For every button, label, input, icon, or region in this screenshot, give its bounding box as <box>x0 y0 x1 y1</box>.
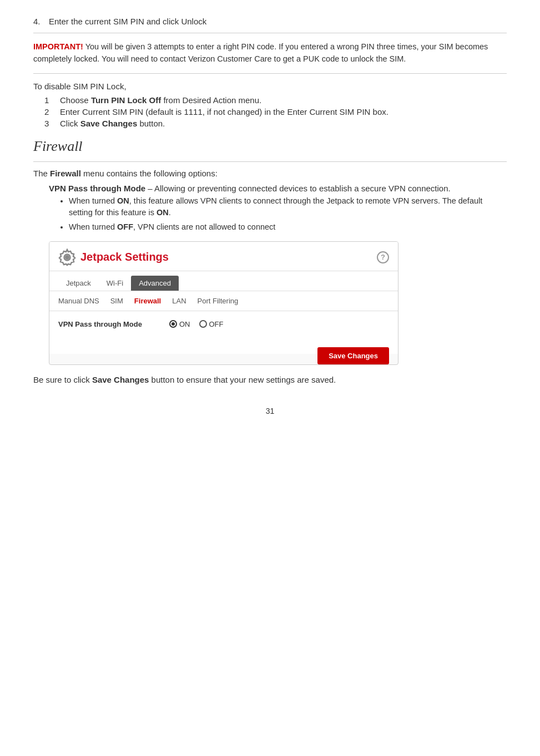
radio-off-label: OFF <box>209 320 224 328</box>
screenshot-box: Jetpack Settings ? Jetpack Wi-Fi Advance… <box>49 241 398 365</box>
divider-mid <box>33 73 507 74</box>
be-sure-bold: Save Changes <box>92 375 149 384</box>
be-sure-text: Be sure to click Save Changes button to … <box>33 375 507 384</box>
vpn-title-bold: VPN Pass through Mode <box>49 184 145 193</box>
be-sure-pre: Be sure to click <box>33 375 92 384</box>
ss-subtabs: Manual DNS SIM Firewall LAN Port Filteri… <box>49 291 398 311</box>
subtab-lan[interactable]: LAN <box>172 297 186 305</box>
step2-line: 2 Enter Current SIM PIN (default is 1111… <box>44 107 507 116</box>
radio-on-label: ON <box>179 320 190 328</box>
subtab-sim[interactable]: SIM <box>110 297 123 305</box>
ss-header-left: Jetpack Settings <box>58 248 169 266</box>
firewall-desc-pre: The <box>33 169 50 178</box>
step3-num: 3 <box>44 119 60 128</box>
firewall-desc-bold: Firewall <box>50 169 81 178</box>
radio-on-dot <box>169 320 177 328</box>
step1-line: 1 Choose Turn PIN Lock Off from Desired … <box>44 95 507 105</box>
page-number: 31 <box>33 407 507 415</box>
ss-radio-group: ON OFF <box>169 320 224 328</box>
step3-bold: Save Changes <box>80 119 138 128</box>
important-text: You will be given 3 attempts to enter a … <box>33 42 488 63</box>
bullet1-on2: ON <box>157 208 169 217</box>
radio-off-dot <box>199 320 207 328</box>
firewall-desc-post: menu contains the following options: <box>81 169 218 178</box>
ss-vpn-label: VPN Pass through Mode <box>58 320 158 328</box>
important-block: IMPORTANT! You will be given 3 attempts … <box>33 41 507 65</box>
bullet2: When turned OFF, VPN clients are not all… <box>69 221 507 234</box>
gear-icon <box>58 248 76 266</box>
important-label: IMPORTANT! <box>33 42 83 51</box>
steps-list: 1 Choose Turn PIN Lock Off from Desired … <box>44 95 507 128</box>
step3-line: 3 Click Save Changes button. <box>44 119 507 128</box>
step4-number: 4. <box>33 17 49 26</box>
ss-tabs: Jetpack Wi-Fi Advanced <box>49 271 398 291</box>
ss-help-label: ? <box>381 253 385 261</box>
to-disable-intro: To disable SIM PIN Lock, <box>33 82 507 91</box>
step1-bold: Turn PIN Lock Off <box>91 95 161 105</box>
subtab-firewall[interactable]: Firewall <box>134 297 161 305</box>
ss-header: Jetpack Settings ? <box>49 242 398 271</box>
divider-firewall <box>33 161 507 162</box>
bullet2-pre: When turned <box>69 222 117 231</box>
be-sure-post: button to ensure that your new settings … <box>149 375 336 384</box>
step3-text: Click Save Changes button. <box>60 119 165 128</box>
firewall-heading: Firewall <box>33 138 507 155</box>
bullet1: When turned ON, this feature allows VPN … <box>69 195 507 220</box>
ss-help-icon[interactable]: ? <box>377 251 389 263</box>
vpn-title-post: – Allowing or preventing connected devic… <box>145 184 451 193</box>
tab-jetpack[interactable]: Jetpack <box>58 276 99 291</box>
bullet1-on: ON <box>117 196 129 205</box>
bullet1-pre: When turned <box>69 196 117 205</box>
bullet2-off: OFF <box>117 222 133 231</box>
vpn-section: VPN Pass through Mode – Allowing or prev… <box>49 184 507 234</box>
step4-text: Enter the current SIM PIN and click Unlo… <box>49 17 206 26</box>
bullet2-post: , VPN clients are not allowed to connect <box>133 222 275 231</box>
step1-text: Choose Turn PIN Lock Off from Desired Ac… <box>60 95 261 105</box>
bullet1-end: . <box>169 208 171 217</box>
step4-line: 4. Enter the current SIM PIN and click U… <box>33 17 507 26</box>
firewall-desc: The Firewall menu contains the following… <box>33 169 507 178</box>
step1-num: 1 <box>44 95 60 105</box>
vpn-bullet-list: When turned ON, this feature allows VPN … <box>69 195 507 234</box>
ss-content: VPN Pass through Mode ON OFF Save Change… <box>49 311 398 354</box>
svg-point-0 <box>65 255 69 260</box>
subtab-manualdns[interactable]: Manual DNS <box>58 297 99 305</box>
tab-wifi[interactable]: Wi-Fi <box>99 276 131 291</box>
radio-on-item[interactable]: ON <box>169 320 190 328</box>
ss-footer: Save Changes <box>58 345 389 347</box>
ss-app-title: Jetpack Settings <box>80 251 169 263</box>
ss-vpn-row: VPN Pass through Mode ON OFF <box>58 320 389 328</box>
divider-top <box>33 33 507 33</box>
save-changes-button[interactable]: Save Changes <box>317 347 389 364</box>
step2-text: Enter Current SIM PIN (default is 1111, … <box>60 107 388 116</box>
tab-advanced[interactable]: Advanced <box>131 276 179 291</box>
step2-num: 2 <box>44 107 60 116</box>
vpn-title-line: VPN Pass through Mode – Allowing or prev… <box>49 184 507 193</box>
bullet1-post: , this feature allows VPN clients to con… <box>69 196 482 217</box>
radio-off-item[interactable]: OFF <box>199 320 224 328</box>
subtab-portfiltering[interactable]: Port Filtering <box>198 297 239 305</box>
